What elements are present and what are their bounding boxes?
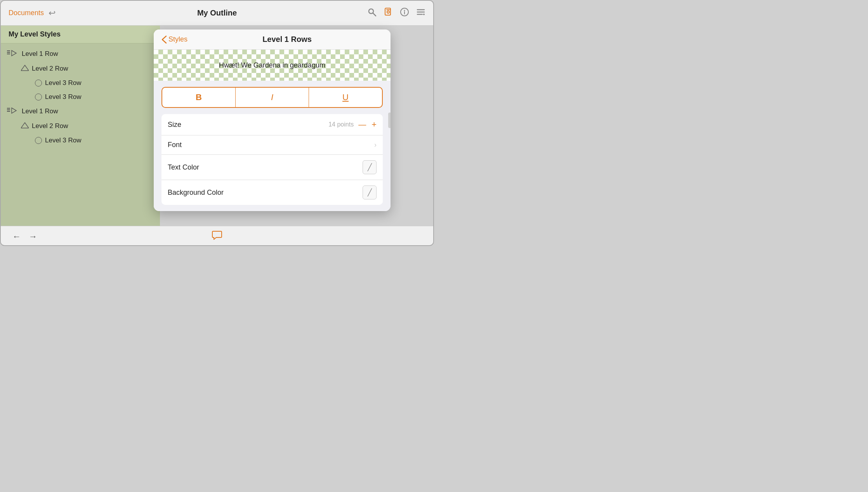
row-label: Level 1 Row [22, 107, 58, 115]
row-label: Level 1 Row [22, 50, 58, 58]
italic-button[interactable]: I [236, 88, 309, 107]
bg-color-label: Background Color [168, 189, 363, 197]
slash-icon: ╱ [368, 163, 372, 172]
toolbar-forward-arrow[interactable]: → [29, 232, 37, 242]
row-label: Level 2 Row [32, 122, 68, 130]
slash-icon: ╱ [368, 188, 372, 197]
bold-button[interactable]: B [162, 88, 236, 107]
toolbar-back-arrow[interactable]: ← [12, 232, 21, 242]
row-label: Level 3 Row [45, 93, 82, 101]
font-label: Font [168, 141, 374, 149]
text-format-row: B I U [161, 87, 383, 108]
toolbar-nav: ← → [12, 232, 37, 242]
svg-line-1 [373, 13, 376, 16]
svg-point-10 [423, 14, 425, 15]
font-chevron-icon: › [374, 141, 377, 149]
comment-button[interactable] [211, 229, 223, 244]
svg-marker-20 [12, 108, 16, 113]
triangle-icon [21, 122, 29, 130]
settings-area: B I U Size 14 points — + [154, 81, 391, 211]
popover-back-button[interactable]: Styles [161, 35, 187, 44]
page-title: My Outline [197, 9, 237, 17]
text-color-label: Text Color [168, 163, 363, 172]
svg-rect-18 [7, 109, 10, 110]
svg-marker-15 [12, 50, 16, 56]
text-color-row[interactable]: Text Color ╱ [161, 155, 383, 180]
navigation-bar: Documents ↩ My Outline [1, 1, 433, 26]
popover-overlay: Styles Level 1 Rows Hwæt! We Gardena in … [152, 26, 433, 226]
note-triangle-icon [7, 107, 19, 116]
outline-panel: My Level Styles Level 1 Row [1, 26, 160, 226]
search-icon[interactable] [367, 7, 377, 19]
bg-color-swatch[interactable]: ╱ [363, 185, 377, 199]
popover-header: Styles Level 1 Rows [154, 29, 391, 50]
size-label: Size [168, 121, 328, 129]
outline-row-level1-1[interactable]: Level 1 Row [1, 47, 160, 61]
main-content: My Level Styles Level 1 Row [1, 26, 433, 226]
documents-button[interactable]: Documents [9, 9, 44, 17]
svg-marker-21 [21, 123, 29, 128]
menu-icon[interactable] [416, 7, 425, 19]
svg-marker-16 [21, 65, 29, 71]
bottom-toolbar: ← → [1, 226, 433, 246]
popover-resize-handle[interactable] [388, 113, 391, 128]
outline-row-level2-1[interactable]: Level 2 Row [1, 61, 160, 76]
svg-rect-2 [385, 8, 391, 15]
size-row: Size 14 points — + [161, 114, 383, 135]
outline-header: My Level Styles [1, 26, 160, 43]
info-icon[interactable] [400, 7, 409, 19]
document-icon[interactable] [384, 7, 393, 19]
preview-area: Hwæt! We Gardena in geardagum [154, 50, 391, 81]
size-increase-button[interactable]: + [372, 120, 377, 130]
svg-rect-17 [7, 108, 10, 109]
circle-icon [35, 137, 42, 144]
text-color-swatch[interactable]: ╱ [363, 160, 377, 174]
preview-text: Hwæt! We Gardena in geardagum [219, 61, 325, 69]
circle-icon [35, 80, 42, 87]
circle-icon [35, 94, 42, 100]
outline-row-level3-3[interactable]: Level 3 Row [1, 133, 160, 147]
nav-right [217, 7, 425, 19]
triangle-icon [21, 64, 29, 73]
nav-back-icon[interactable]: ↩ [49, 8, 56, 18]
font-row[interactable]: Font › [161, 135, 383, 155]
outline-row-level3-2[interactable]: Level 3 Row [1, 90, 160, 104]
outline-row-level1-2[interactable]: Level 1 Row [1, 104, 160, 119]
popover-title: Level 1 Rows [191, 35, 383, 44]
outline-row-level3-1[interactable]: Level 3 Row [1, 76, 160, 90]
bg-color-row[interactable]: Background Color ╱ [161, 180, 383, 205]
svg-rect-13 [7, 52, 10, 53]
settings-section: Size 14 points — + Font › Text [161, 114, 383, 205]
outline-row-level2-2[interactable]: Level 2 Row [1, 119, 160, 133]
svg-rect-19 [7, 111, 10, 112]
svg-rect-12 [7, 50, 10, 51]
size-value: 14 points [328, 121, 354, 128]
nav-left: Documents ↩ [9, 8, 217, 18]
row-label: Level 2 Row [32, 65, 68, 73]
svg-rect-14 [7, 54, 10, 54]
styles-popover: Styles Level 1 Rows Hwæt! We Gardena in … [154, 29, 391, 211]
size-stepper: — + [358, 120, 377, 130]
underline-button[interactable]: U [309, 88, 382, 107]
svg-point-3 [387, 11, 389, 13]
row-label: Level 3 Row [45, 79, 82, 87]
note-triangle-icon [7, 50, 19, 58]
outline-rows: Level 1 Row Level 2 Row Level 3 Row Lev [1, 43, 160, 151]
size-decrease-button[interactable]: — [358, 120, 366, 129]
row-label: Level 3 Row [45, 137, 82, 144]
back-label: Styles [168, 35, 187, 43]
